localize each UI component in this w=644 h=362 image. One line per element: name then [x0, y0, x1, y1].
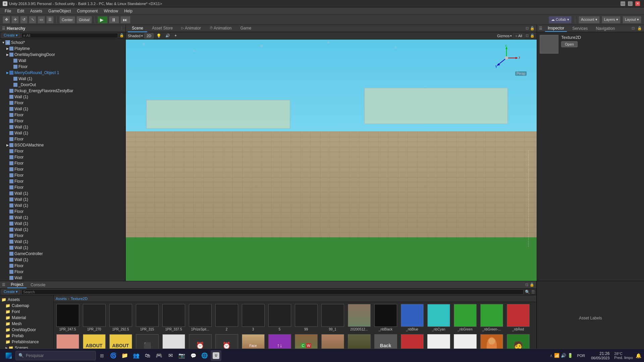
tab-console[interactable]: Console [27, 282, 49, 288]
inspector-menu-icon[interactable]: ⊡ [632, 26, 635, 31]
h-floor14[interactable]: Floor [0, 233, 125, 239]
minimize-btn[interactable]: — [621, 1, 625, 6]
asset-nbsalmon[interactable]: _nbSalmon [55, 334, 80, 349]
step-btn[interactable]: ⏭ [120, 16, 130, 23]
tab-animation[interactable]: ⏱Animation [206, 25, 235, 32]
path-assets[interactable]: Assets [56, 297, 67, 301]
asset-authenticb[interactable]: AuthenticB... [320, 334, 345, 349]
tree-mesh[interactable]: 📁Mesh [0, 321, 53, 327]
asset-actualtilef[interactable]: ActualTileF... [161, 334, 186, 349]
search-icon[interactable]: 🔍 [525, 290, 530, 294]
menu-file[interactable]: File [2, 8, 14, 14]
h-floor2[interactable]: Floor [0, 100, 125, 106]
asset-1pr247[interactable]: 1PR_247.5 [55, 303, 80, 332]
hierarchy-menu-icon[interactable]: ⋮ [120, 26, 123, 31]
project-create-btn[interactable]: Create ▾ [1, 289, 20, 295]
start-btn[interactable] [3, 350, 15, 362]
asset-99[interactable]: 99 [293, 303, 319, 332]
project-expand-icon[interactable]: ⊡ [525, 283, 528, 287]
rotate-tool-btn[interactable]: ↺ [20, 16, 28, 23]
menu-edit[interactable]: Edit [14, 8, 27, 14]
scene-canvas[interactable]: Z X Y Persp [126, 40, 537, 281]
tab-game[interactable]: Game [236, 25, 255, 32]
h-wall1[interactable]: Wall [0, 58, 125, 64]
collab-btn[interactable]: ☁ Collab ▾ [549, 16, 572, 23]
asset-nbblack[interactable]: _nbBlack [373, 303, 398, 332]
h-floor4[interactable]: Floor [0, 118, 125, 124]
h-bsoda[interactable]: ▶BSODAMachine [0, 142, 125, 148]
h-floor1[interactable]: Floor [0, 64, 125, 70]
tree-material[interactable]: 📁Material [0, 315, 53, 321]
clock[interactable]: 21:26 06/05/2023 [589, 351, 611, 361]
scene-settings-icon[interactable]: ⊡ [526, 34, 529, 38]
h-floor10[interactable]: Floor [0, 172, 125, 178]
hierarchy-search[interactable] [21, 33, 118, 38]
asset-nbblue[interactable]: _nbBlue [399, 303, 425, 332]
asset-99-1[interactable]: 99_1 [320, 303, 345, 332]
h-floor16[interactable]: Floor [0, 269, 125, 275]
asset-1pr315[interactable]: 1PR_315 [135, 303, 160, 332]
asset-about-uni[interactable]: ABOUT About_Uni... [108, 334, 133, 349]
mail-icon[interactable]: ✉ [165, 350, 176, 361]
inspector-lock-icon[interactable]: 🔒 [637, 26, 642, 31]
center-btn[interactable]: Center [59, 16, 75, 23]
h-wall14[interactable]: Wall (1) [0, 245, 125, 251]
asset-nbred[interactable]: _nbRed [505, 303, 531, 332]
h-wall12[interactable]: Wall (1) [0, 227, 125, 233]
tab-navigation[interactable]: Navigation [593, 25, 618, 32]
weather-widget[interactable]: 28°C Pred. limpo [614, 352, 633, 360]
unity-taskbar-icon[interactable]: U [211, 350, 221, 361]
tab-project[interactable]: Project [7, 282, 26, 288]
tab-scene[interactable]: Scene [128, 25, 147, 32]
xbox-icon[interactable]: 🎮 [154, 350, 164, 361]
asset-baldi2[interactable]: 🧑 Baldi... [505, 334, 531, 349]
chrome-icon[interactable]: 🌐 [199, 350, 210, 361]
tree-assets-root[interactable]: 📁Assets [0, 297, 53, 303]
asset-alarmcloc2[interactable]: ⏰ AlarmCloc... [214, 334, 239, 349]
rect-tool-btn[interactable]: ▭ [38, 16, 45, 23]
h-merrygo[interactable]: ▶MerryGoRound_Object 1 [0, 70, 125, 76]
tree-prefabinstance[interactable]: 📁PrefabInstance [0, 339, 53, 345]
search-all-btn[interactable]: ≡ All [513, 33, 524, 39]
h-floor13[interactable]: Floor [0, 208, 125, 215]
asset-nbcyan[interactable]: _nbCyan [426, 303, 451, 332]
discord-icon[interactable]: 💬 [188, 350, 199, 361]
h-wall6[interactable]: Wall (1) [0, 130, 125, 136]
h-floor15[interactable]: Floor [0, 263, 125, 269]
asset-1pr337[interactable]: 1PR_337.5 [161, 303, 186, 332]
h-gamecontroller[interactable]: GameController [0, 251, 125, 257]
h-floor7[interactable]: Floor [0, 154, 125, 160]
menu-help[interactable]: Help [121, 8, 135, 14]
language-indicator[interactable]: POR [576, 353, 586, 358]
hand-tool-btn[interactable]: ✥ [3, 16, 10, 23]
scene-pin-icon[interactable]: 🔒 [530, 34, 535, 38]
asset-backunlit[interactable]: Back Back_Unlit... [373, 334, 398, 349]
volume-icon[interactable]: 🔊 [561, 353, 566, 358]
asset-2[interactable]: 2 [214, 303, 239, 332]
scene-gizmo[interactable]: Z X Y [493, 45, 520, 71]
h-doorout[interactable]: _DoorOut [0, 82, 125, 88]
menu-gameobject[interactable]: GameObject [46, 8, 73, 14]
asset-baldi1[interactable]: Baldi... [479, 334, 504, 349]
h-floor3[interactable]: Floor [0, 112, 125, 118]
account-btn[interactable]: Account ▾ [579, 16, 600, 23]
scene-expand-icon[interactable]: ⊡ [526, 26, 529, 31]
tray-arrow[interactable]: ∧ [550, 353, 553, 358]
play-btn[interactable]: ▶ [98, 16, 108, 23]
h-floor9[interactable]: Floor [0, 166, 125, 172]
asset-nbgreen2[interactable]: _nbGreen-... [479, 303, 504, 332]
h-wall10[interactable]: Wall (1) [0, 215, 125, 221]
light-icon[interactable]: 💡 [155, 33, 163, 39]
h-wall4[interactable]: Wall (1) [0, 106, 125, 112]
layers-btn[interactable]: Layers ▾ [602, 16, 621, 23]
explorer-icon[interactable]: 📁 [119, 350, 130, 361]
teams-icon[interactable]: 👥 [131, 350, 142, 361]
effects-icon[interactable]: ✦ [173, 33, 178, 38]
shading-dropdown[interactable]: Shaded ▾ [128, 34, 143, 38]
h-playtime[interactable]: ▶Playtime [0, 46, 125, 52]
project-options-icon[interactable]: ☰ [531, 290, 535, 294]
taskbar-search[interactable]: 🔍 Pesquisar [15, 351, 96, 360]
h-floor5[interactable]: Floor [0, 136, 125, 142]
asset-aboutnotif[interactable]: ⬛ AboutNotif... [135, 334, 160, 349]
maximize-btn[interactable]: □ [628, 1, 633, 6]
